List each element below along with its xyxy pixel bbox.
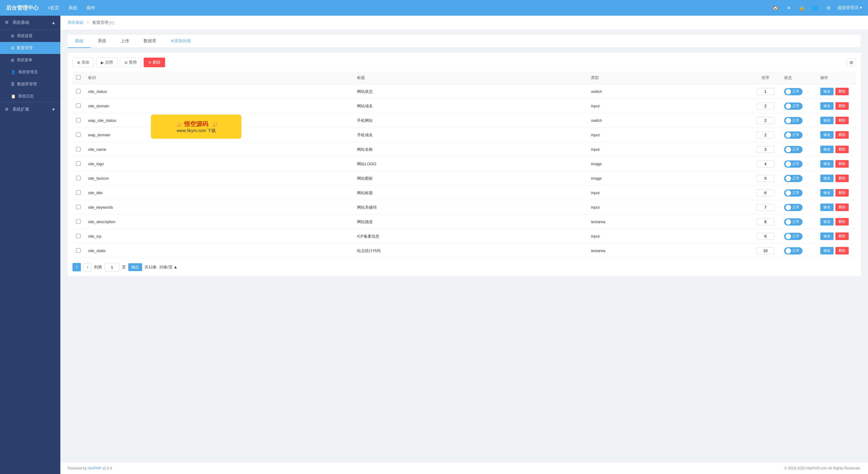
row-edit-btn-1[interactable]: 修改 — [820, 102, 834, 110]
globe-icon[interactable]: 🌐 — [811, 4, 819, 12]
settings-icon[interactable]: ⚙ — [824, 4, 833, 12]
row-status-toggle-4[interactable]: 正常 — [784, 146, 803, 153]
row-edit-btn-5[interactable]: 修改 — [820, 160, 834, 168]
row-status-toggle-5[interactable]: 正常 — [784, 160, 803, 168]
page-next-button[interactable]: › — [83, 263, 92, 271]
row-edit-btn-10[interactable]: 修改 — [820, 233, 834, 240]
row-checkbox-6[interactable] — [76, 176, 81, 180]
row-status-toggle-10[interactable]: 正常 — [784, 233, 803, 240]
row-order-input-4[interactable] — [756, 146, 774, 153]
row-edit-btn-8[interactable]: 修改 — [820, 204, 834, 211]
row-checkbox-8[interactable] — [76, 205, 81, 209]
row-order-input-1[interactable] — [756, 103, 774, 109]
row-delete-btn-7[interactable]: 删除 — [835, 189, 849, 197]
row-delete-btn-5[interactable]: 删除 — [835, 160, 849, 168]
row-checkbox-9[interactable] — [76, 219, 81, 224]
row-delete-btn-1[interactable]: 删除 — [835, 102, 849, 110]
nav-plugin[interactable]: 插件 — [86, 5, 95, 11]
menu-toggle-icon[interactable]: ≡ — [48, 5, 50, 10]
row-order-input-8[interactable] — [756, 204, 774, 211]
row-checkbox-3[interactable] — [76, 132, 81, 137]
row-status-toggle-2[interactable]: 正常 — [784, 117, 803, 124]
row-order-input-2[interactable] — [756, 117, 774, 124]
sidebar-item-system-settings[interactable]: ⚙ 系统设置 — [0, 30, 60, 42]
row-delete-btn-10[interactable]: 删除 — [835, 233, 849, 240]
sidebar-group-header-ext[interactable]: ⚙ 系统扩展 ▼ — [0, 103, 60, 116]
sidebar-item-log[interactable]: 📋 系统日志 — [0, 90, 60, 102]
row-edit-btn-0[interactable]: 修改 — [820, 88, 834, 95]
row-checkbox-2[interactable] — [76, 118, 81, 123]
row-delete-btn-4[interactable]: 删除 — [835, 146, 849, 153]
breadcrumb-link-1[interactable]: 系统基础 — [68, 20, 83, 25]
row-status-toggle-9[interactable]: 正常 — [784, 218, 803, 226]
row-edit-btn-9[interactable]: 修改 — [820, 218, 834, 226]
row-checkbox-5[interactable] — [76, 161, 81, 166]
select-all-checkbox[interactable] — [76, 75, 81, 79]
tab-system[interactable]: 系统 — [91, 35, 114, 48]
row-delete-btn-8[interactable]: 删除 — [835, 204, 849, 211]
row-delete-btn-3[interactable]: 删除 — [835, 131, 849, 139]
row-order-input-5[interactable] — [756, 160, 774, 167]
row-status-toggle-3[interactable]: 正常 — [784, 132, 803, 139]
home-icon[interactable]: 🏠 — [771, 4, 780, 12]
row-edit-btn-2[interactable]: 修改 — [820, 117, 834, 124]
enable-button[interactable]: ▶ 启用 — [96, 58, 117, 67]
row-delete-btn-6[interactable]: 删除 — [835, 175, 849, 182]
tab-add-group[interactable]: ⊕添加分组 — [163, 35, 198, 48]
row-type-6: image — [587, 171, 750, 186]
breadcrumb-add-link[interactable]: [+] — [109, 20, 114, 25]
admin-dropdown[interactable]: 超级管理员 ▾ — [838, 5, 862, 10]
row-order-input-6[interactable] — [756, 175, 774, 182]
row-edit-btn-4[interactable]: 修改 — [820, 146, 834, 153]
row-order-input-0[interactable] — [756, 88, 774, 95]
row-checkbox-0[interactable] — [76, 89, 81, 94]
row-delete-btn-11[interactable]: 删除 — [835, 247, 849, 255]
row-status-toggle-8[interactable]: 正常 — [784, 204, 803, 211]
row-delete-btn-0[interactable]: 删除 — [835, 88, 849, 95]
row-delete-btn-9[interactable]: 删除 — [835, 218, 849, 226]
row-order-input-11[interactable] — [756, 247, 774, 254]
row-id-4: site_name — [85, 142, 353, 157]
row-checkbox-7[interactable] — [76, 190, 81, 195]
sidebar-item-admin[interactable]: 👤 系统管理员 — [0, 66, 60, 78]
row-status-toggle-6[interactable]: 正常 — [784, 175, 803, 182]
sidebar-group-header-basic[interactable]: ⚙ 系统基础 ▲ — [0, 16, 60, 30]
row-edit-btn-7[interactable]: 修改 — [820, 189, 834, 197]
per-page-select[interactable]: 20条/页 ▲ — [159, 265, 178, 270]
row-status-toggle-1[interactable]: 正常 — [784, 103, 803, 110]
row-status-toggle-0[interactable]: 正常 — [784, 88, 803, 95]
sidebar-item-config-mgmt[interactable]: ⚙ 配置管理 — [0, 42, 60, 54]
row-edit-btn-11[interactable]: 修改 — [820, 247, 834, 255]
row-checkbox-4[interactable] — [76, 147, 81, 151]
disable-button[interactable]: ⊘ 禁用 — [120, 58, 141, 67]
row-delete-btn-2[interactable]: 删除 — [835, 117, 849, 124]
page-goto-input[interactable] — [104, 263, 120, 271]
grid-view-button[interactable]: ⊞ — [847, 58, 856, 67]
row-status-toggle-11[interactable]: 正常 — [784, 247, 803, 255]
tab-database[interactable]: 数据库 — [136, 35, 163, 48]
row-edit-btn-6[interactable]: 修改 — [820, 175, 834, 182]
row-checkbox-11[interactable] — [76, 248, 81, 253]
airplane-icon[interactable]: ✈ — [784, 4, 793, 12]
row-checkbox-1[interactable] — [76, 103, 81, 108]
row-edit-btn-3[interactable]: 修改 — [820, 131, 834, 139]
row-title-9: 网站描述 — [353, 215, 587, 229]
row-order-input-3[interactable] — [756, 132, 774, 138]
nav-system[interactable]: 系统 — [68, 5, 77, 11]
sidebar-item-database[interactable]: 🗄 数据库管理 — [0, 78, 60, 90]
row-status-toggle-7[interactable]: 正常 — [784, 189, 803, 197]
nav-home[interactable]: 首页 — [50, 5, 59, 11]
lock-icon[interactable]: 🔒 — [798, 4, 806, 12]
row-order-input-10[interactable] — [756, 233, 774, 240]
page-confirm-button[interactable]: 确定 — [128, 263, 142, 271]
delete-button[interactable]: ✕ 删除 — [144, 58, 165, 67]
row-order-input-7[interactable] — [756, 189, 774, 196]
sidebar-item-system-menu[interactable]: ⊞ 系统菜单 — [0, 54, 60, 66]
footer-brand-link[interactable]: HisiPHP — [88, 466, 101, 470]
add-button[interactable]: ⊕ 添加 — [72, 58, 94, 67]
page-1-button[interactable]: 1 — [72, 263, 81, 271]
tab-basic[interactable]: 基础 — [68, 35, 91, 48]
row-checkbox-10[interactable] — [76, 234, 81, 238]
row-order-input-9[interactable] — [756, 218, 774, 225]
tab-upload[interactable]: 上传 — [114, 35, 136, 48]
